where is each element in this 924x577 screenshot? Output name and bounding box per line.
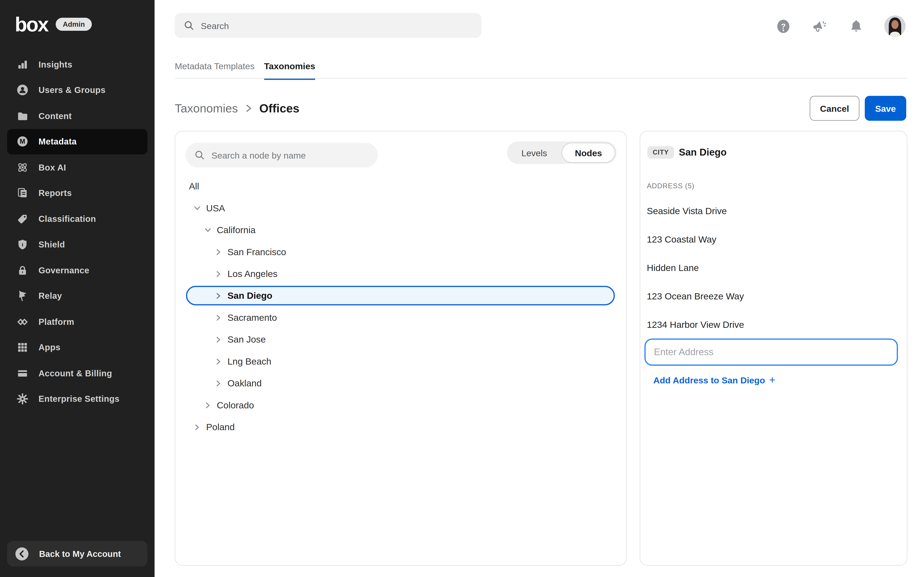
sidebar-item-metadata[interactable]: M Metadata bbox=[7, 129, 147, 154]
chevron-left-circle-icon bbox=[15, 546, 29, 561]
main-area: ? Metadata Templates Taxonomies Taxonomi… bbox=[155, 0, 924, 577]
sidebar-item-account-billing[interactable]: Account & Billing bbox=[7, 360, 147, 386]
breadcrumb-parent[interactable]: Taxonomies bbox=[175, 102, 238, 115]
sidebar-item-insights[interactable]: Insights bbox=[7, 52, 147, 77]
search-icon bbox=[194, 150, 205, 161]
avatar[interactable] bbox=[884, 15, 906, 37]
address-item: Hidden Lane bbox=[647, 263, 699, 274]
topbar-icons: ? bbox=[155, 0, 924, 52]
tree-node-sacramento[interactable]: Sacramento bbox=[175, 306, 626, 328]
sidebar-item-label: Relay bbox=[39, 291, 62, 301]
box-admin-console: box Admin Insights Users & Groups Con bbox=[0, 0, 924, 577]
platform-icon bbox=[17, 316, 29, 327]
sidebar-item-enterprise-settings[interactable]: Enterprise Settings bbox=[7, 386, 147, 412]
sidebar-item-classification[interactable]: Classification bbox=[7, 206, 147, 232]
folder-icon bbox=[17, 110, 29, 122]
chevron-right-icon[interactable] bbox=[214, 269, 223, 278]
atom-icon bbox=[17, 161, 29, 173]
chevron-right-icon[interactable] bbox=[204, 401, 212, 409]
tag-icon bbox=[17, 213, 29, 225]
back-to-my-account-button[interactable]: Back to My Account bbox=[7, 541, 147, 566]
bell-icon[interactable] bbox=[849, 19, 863, 34]
sidebar-item-content[interactable]: Content bbox=[7, 103, 147, 129]
screen: box Admin Insights Users & Groups Con bbox=[0, 0, 924, 577]
breadcrumb: Taxonomies Offices bbox=[175, 101, 299, 116]
sidebar-item-label: Classification bbox=[39, 214, 96, 224]
tab-divider bbox=[175, 78, 908, 79]
chevron-down-icon[interactable] bbox=[204, 226, 212, 234]
box-logo[interactable]: box bbox=[15, 13, 48, 35]
metadata-icon: M bbox=[17, 136, 29, 147]
tree-node-los-angeles[interactable]: Los Angeles bbox=[175, 263, 626, 285]
sidebar-item-label: Shield bbox=[39, 240, 65, 249]
sidebar-item-label: Account & Billing bbox=[39, 369, 112, 378]
node-title: San Diego bbox=[679, 147, 727, 158]
chevron-right-icon[interactable] bbox=[214, 335, 223, 343]
taxonomy-tree: All USA California San Francisco Los Ang… bbox=[175, 175, 626, 438]
node-search[interactable] bbox=[186, 143, 378, 167]
tree-node-san-francisco[interactable]: San Francisco bbox=[175, 241, 626, 263]
tree-node-san-diego-selected[interactable]: San Diego bbox=[175, 285, 626, 306]
address-item: 123 Ocean Breeze Way bbox=[647, 291, 744, 302]
gear-icon bbox=[17, 393, 29, 405]
address-item: Seaside Vista Drive bbox=[647, 206, 727, 217]
tree-node-lng-beach[interactable]: Lng Beach bbox=[175, 350, 626, 372]
credit-card-icon bbox=[17, 367, 29, 379]
chevron-right-icon[interactable] bbox=[214, 357, 223, 366]
plus-icon: + bbox=[769, 376, 775, 385]
toggle-levels[interactable]: Levels bbox=[507, 142, 561, 164]
sidebar-item-governance[interactable]: Governance bbox=[7, 258, 147, 283]
logo-row: box Admin bbox=[15, 13, 92, 35]
sidebar-item-label: Insights bbox=[39, 60, 72, 69]
svg-text:M: M bbox=[20, 138, 25, 145]
help-icon[interactable]: ? bbox=[776, 19, 791, 34]
tree-node-oakland[interactable]: Oakland bbox=[175, 372, 626, 394]
address-section-label: ADDRESS (5) bbox=[647, 182, 695, 190]
tab-metadata-templates[interactable]: Metadata Templates bbox=[175, 61, 255, 80]
address-item: 1234 Harbor View Drive bbox=[647, 319, 744, 330]
svg-text:?: ? bbox=[781, 22, 786, 31]
sidebar-item-users-groups[interactable]: Users & Groups bbox=[7, 77, 147, 103]
tree-node-poland[interactable]: Poland bbox=[175, 416, 626, 438]
bar-chart-icon bbox=[17, 58, 29, 70]
cancel-button[interactable]: Cancel bbox=[810, 96, 859, 121]
address-item: 123 Coastal Way bbox=[647, 234, 716, 245]
chevron-right-icon[interactable] bbox=[214, 248, 223, 256]
tree-node-usa[interactable]: USA bbox=[175, 197, 626, 219]
tree-node-san-jose[interactable]: San Jose bbox=[175, 329, 626, 350]
report-icon bbox=[17, 187, 29, 199]
chevron-right-icon[interactable] bbox=[214, 292, 223, 300]
sidebar-item-box-ai[interactable]: Box AI bbox=[7, 155, 147, 180]
sidebar-item-reports[interactable]: Reports bbox=[7, 180, 147, 206]
add-address-link[interactable]: Add Address to San Diego + bbox=[653, 375, 775, 385]
tree-node-california[interactable]: California bbox=[175, 219, 626, 241]
node-detail-panel: CITY San Diego ADDRESS (5) Seaside Vista… bbox=[640, 131, 908, 566]
node-type-chip: CITY bbox=[648, 146, 674, 159]
chevron-down-icon[interactable] bbox=[193, 204, 202, 212]
sidebar-item-shield[interactable]: Shield bbox=[7, 232, 147, 257]
chevron-right-icon bbox=[245, 104, 252, 113]
sidebar-item-apps[interactable]: Apps bbox=[7, 335, 147, 360]
announcement-icon[interactable] bbox=[811, 19, 825, 34]
node-header: CITY San Diego bbox=[648, 146, 727, 159]
chevron-right-icon[interactable] bbox=[214, 313, 223, 322]
chevron-right-icon[interactable] bbox=[214, 379, 223, 387]
chevron-right-icon[interactable] bbox=[193, 423, 202, 431]
node-search-input[interactable] bbox=[210, 149, 367, 161]
sidebar-item-relay[interactable]: Relay bbox=[7, 283, 147, 309]
sidebar-item-platform[interactable]: Platform bbox=[7, 309, 147, 335]
enter-address-input[interactable] bbox=[645, 338, 898, 366]
sidebar: box Admin Insights Users & Groups Con bbox=[0, 0, 155, 577]
back-label: Back to My Account bbox=[39, 549, 121, 558]
sidebar-item-label: Users & Groups bbox=[39, 85, 105, 95]
shield-icon bbox=[17, 239, 29, 250]
tree-node-colorado[interactable]: Colorado bbox=[175, 394, 626, 416]
admin-badge: Admin bbox=[56, 18, 92, 31]
tree-node-all[interactable]: All bbox=[175, 175, 626, 197]
users-icon bbox=[17, 84, 29, 96]
toggle-nodes[interactable]: Nodes bbox=[561, 143, 615, 163]
sidebar-menu: Insights Users & Groups Content M Metada… bbox=[0, 52, 155, 412]
lock-icon bbox=[17, 264, 29, 276]
save-button[interactable]: Save bbox=[865, 96, 906, 121]
tab-taxonomies[interactable]: Taxonomies bbox=[264, 61, 315, 80]
